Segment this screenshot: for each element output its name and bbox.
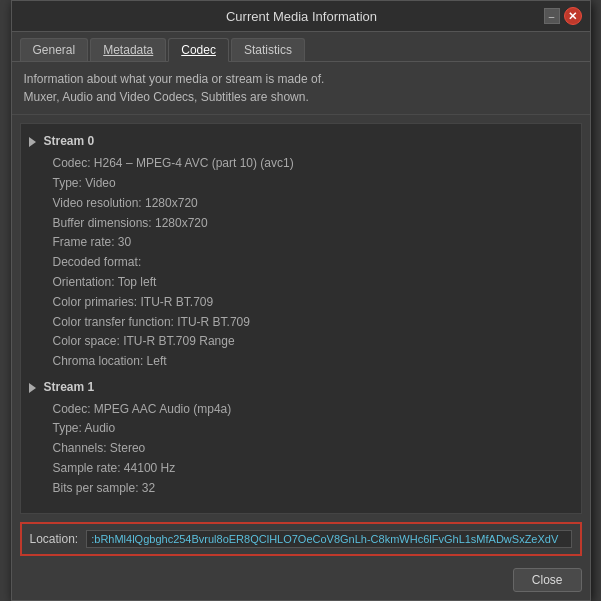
stream-prop: Frame rate: 30 — [53, 233, 573, 253]
location-bar: Location: :bRhMl4lQgbghc254Bvrul8oER8QCl… — [20, 522, 582, 556]
stream-prop: Sample rate: 44100 Hz — [53, 459, 573, 479]
tabs-row: General Metadata Codec Statistics — [12, 32, 590, 62]
title-bar: Current Media Information – ✕ — [12, 1, 590, 32]
stream-prop: Codec: MPEG AAC Audio (mp4a) — [53, 400, 573, 420]
bottom-bar: Close — [12, 562, 590, 600]
stream-prop: Color transfer function: ITU-R BT.709 — [53, 313, 573, 333]
stream-prop: Type: Audio — [53, 419, 573, 439]
stream-prop: Channels: Stereo — [53, 439, 573, 459]
stream-props: Codec: H264 – MPEG-4 AVC (part 10) (avc1… — [53, 154, 573, 372]
stream-prop: Type: Video — [53, 174, 573, 194]
stream-prop: Bits per sample: 32 — [53, 479, 573, 499]
stream-prop: Color space: ITU-R BT.709 Range — [53, 332, 573, 352]
codec-content[interactable]: Stream 0Codec: H264 – MPEG-4 AVC (part 1… — [20, 123, 582, 513]
tab-statistics[interactable]: Statistics — [231, 38, 305, 61]
tab-general[interactable]: General — [20, 38, 89, 61]
stream-props: Codec: MPEG AAC Audio (mp4a)Type: AudioC… — [53, 400, 573, 499]
description-line1: Information about what your media or str… — [24, 70, 578, 88]
dialog: Current Media Information – ✕ General Me… — [11, 0, 591, 600]
stream-prop: Decoded format: — [53, 253, 573, 273]
stream-prop: Codec: H264 – MPEG-4 AVC (part 10) (avc1… — [53, 154, 573, 174]
tab-codec[interactable]: Codec — [168, 38, 229, 62]
stream-prop: Video resolution: 1280x720 — [53, 194, 573, 214]
stream-header: Stream 0 — [29, 132, 573, 152]
stream-label: Stream 1 — [44, 378, 95, 398]
stream-prop: Buffer dimensions: 1280x720 — [53, 214, 573, 234]
stream-label: Stream 0 — [44, 132, 95, 152]
expand-icon[interactable] — [29, 137, 36, 147]
title-bar-controls: – ✕ — [544, 7, 582, 25]
stream-prop: Color primaries: ITU-R BT.709 — [53, 293, 573, 313]
stream-prop: Orientation: Top left — [53, 273, 573, 293]
description: Information about what your media or str… — [12, 62, 590, 115]
close-button[interactable]: Close — [513, 568, 582, 592]
location-label: Location: — [30, 532, 79, 546]
dialog-title: Current Media Information — [60, 9, 544, 24]
close-window-button[interactable]: ✕ — [564, 7, 582, 25]
tab-metadata[interactable]: Metadata — [90, 38, 166, 61]
minimize-button[interactable]: – — [544, 8, 560, 24]
stream-header: Stream 1 — [29, 378, 573, 398]
description-line2: Muxer, Audio and Video Codecs, Subtitles… — [24, 88, 578, 106]
location-value: :bRhMl4lQgbghc254Bvrul8oER8QClHLO7OeCoV8… — [86, 530, 571, 548]
expand-icon[interactable] — [29, 383, 36, 393]
stream-prop: Chroma location: Left — [53, 352, 573, 372]
